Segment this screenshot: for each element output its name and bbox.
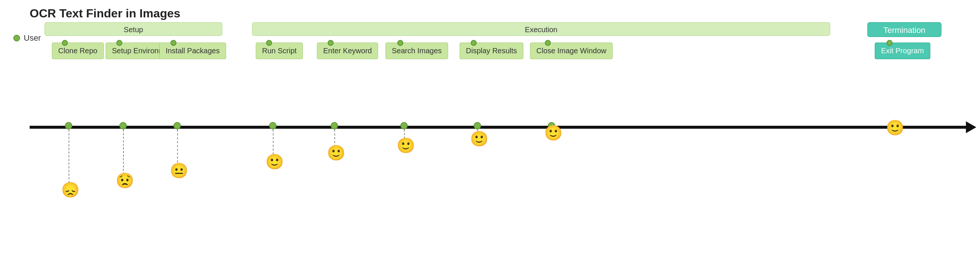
user-row: User — [13, 33, 41, 43]
step-clone-repo: Clone Repo — [52, 43, 104, 59]
dot-close-image — [545, 40, 551, 46]
dot-clone-repo — [62, 40, 68, 46]
step-display-results: Display Results — [460, 43, 523, 59]
dot-install-pkg — [170, 40, 177, 46]
emoji-run-script: 🙂 — [266, 153, 284, 171]
emoji-close-image: 🙂 — [544, 124, 563, 142]
timeline-dot-clone-repo — [65, 122, 72, 129]
step-search-images: Search Images — [385, 43, 448, 59]
timeline-dot-setup-env — [119, 122, 127, 129]
phase-setup: Setup — [45, 22, 223, 36]
timeline-dot-run-script — [269, 122, 277, 129]
timeline-dot-enter-keyword — [331, 122, 338, 129]
step-exit-program: Exit Program — [875, 43, 930, 59]
emoji-clone-repo: 😞 — [61, 181, 80, 199]
user-dot — [13, 35, 20, 41]
dot-setup-env — [116, 40, 123, 46]
emoji-search-images: 🙂 — [396, 137, 415, 154]
dashed-clone-repo — [68, 129, 69, 183]
timeline — [30, 126, 967, 129]
dashed-setup-env — [123, 129, 124, 175]
dot-exit-program — [886, 40, 892, 46]
page-title: OCR Text Finder in Images — [30, 7, 180, 21]
emoji-display-results: 🙂 — [470, 130, 488, 148]
user-label: User — [24, 33, 41, 43]
timeline-dot-search-images — [400, 122, 408, 129]
phase-execution: Execution — [252, 22, 830, 36]
step-enter-keyword: Enter Keyword — [317, 43, 378, 59]
step-close-image: Close Image Window — [530, 43, 612, 59]
timeline-dot-install-pkg — [173, 122, 181, 129]
dot-run-script — [266, 40, 272, 46]
dashed-install-pkg — [177, 129, 178, 166]
emoji-enter-keyword: 🙂 — [327, 144, 345, 162]
emoji-setup-env: 😟 — [116, 172, 134, 189]
step-run-script: Run Script — [256, 43, 303, 59]
phase-execution-label: Execution — [252, 22, 830, 36]
emoji-exit-program: 🙂 — [886, 119, 904, 136]
step-install-pkg: Install Packages — [159, 43, 226, 59]
phase-setup-label: Setup — [45, 22, 222, 36]
phase-termination: Termination — [867, 22, 942, 37]
phase-termination-label: Termination — [868, 22, 941, 36]
emoji-install-pkg: 😐 — [170, 162, 188, 179]
timeline-dot-display-results — [474, 122, 481, 129]
dot-search-images — [397, 40, 403, 46]
dot-display-results — [471, 40, 477, 46]
dot-enter-keyword — [328, 40, 334, 46]
